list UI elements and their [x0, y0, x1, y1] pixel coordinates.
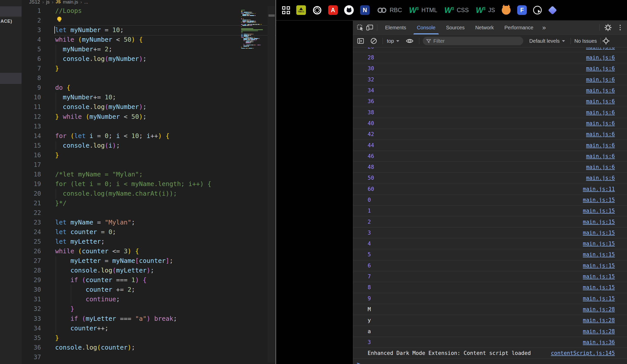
- line-text[interactable]: [41, 352, 276, 362]
- code-line[interactable]: 20 console.log(myName.charAt(i));: [22, 189, 276, 198]
- lightbulb-icon[interactable]: [57, 17, 61, 21]
- code-line[interactable]: 21}*/: [22, 198, 276, 208]
- source-link[interactable]: main.js:6: [586, 48, 615, 50]
- line-text[interactable]: let myNumber = 10;: [41, 25, 276, 35]
- line-text[interactable]: }: [41, 64, 276, 73]
- line-text[interactable]: console.log(i);: [41, 141, 276, 150]
- source-link[interactable]: main.js:6: [586, 175, 615, 181]
- code-line[interactable]: 7}: [22, 64, 276, 73]
- tab-network[interactable]: Network: [470, 21, 499, 34]
- source-link[interactable]: main.js:15: [583, 241, 615, 247]
- console-prompt[interactable]: >: [353, 358, 627, 364]
- bookmark-f-badge[interactable]: F: [517, 5, 527, 15]
- bookmark-w3schools-js[interactable]: W3JS: [475, 5, 495, 15]
- line-text[interactable]: myNumber+= 10;: [41, 93, 276, 102]
- code-line[interactable]: 34 counter++;: [22, 324, 276, 333]
- tab-performance[interactable]: Performance: [499, 21, 539, 34]
- line-text[interactable]: let counter = 0;: [41, 227, 276, 237]
- line-text[interactable]: for (let i = 0; i < myName.length; i++) …: [41, 179, 276, 189]
- clear-console-icon[interactable]: [369, 36, 379, 46]
- more-tabs-icon[interactable]: »: [539, 24, 549, 32]
- source-link[interactable]: main.js:28: [583, 328, 615, 334]
- source-link[interactable]: main.js:11: [583, 186, 615, 192]
- code-line[interactable]: 3let myNumber = 10;: [22, 25, 276, 35]
- code-line[interactable]: 19for (let i = 0; i < myName.length; i++…: [22, 179, 276, 189]
- bookmark-w3schools-css[interactable]: W3CSS: [444, 5, 469, 15]
- line-text[interactable]: [41, 208, 276, 218]
- log-levels-dropdown[interactable]: Default levels: [529, 38, 565, 44]
- code-line[interactable]: 9do {: [22, 83, 276, 93]
- bookmark-cat[interactable]: [501, 5, 511, 15]
- bookmark-apps-grid[interactable]: [282, 6, 290, 14]
- source-link[interactable]: contentScript.js:145: [551, 350, 615, 356]
- line-text[interactable]: [41, 16, 276, 25]
- code-line[interactable]: 14for (let i = 0; i < 10; i++) {: [22, 131, 276, 141]
- code-line[interactable]: 13: [22, 122, 276, 131]
- line-text[interactable]: /*let myName = "Mylan";: [41, 170, 276, 179]
- device-toolbar-icon[interactable]: [365, 23, 374, 32]
- source-link[interactable]: main.js:15: [583, 208, 615, 214]
- editor-scrollbar-track[interactable]: [267, 6, 275, 362]
- line-text[interactable]: myLetter = myName[counter];: [41, 256, 276, 266]
- line-text[interactable]: console.log(myLetter);: [41, 266, 276, 275]
- code-line[interactable]: 8: [22, 73, 276, 83]
- source-link[interactable]: main.js:6: [586, 55, 615, 61]
- filter-input[interactable]: Filter: [423, 37, 523, 45]
- code-line[interactable]: 27 myLetter = myName[counter];: [22, 256, 276, 266]
- live-expression-eye-icon[interactable]: [405, 36, 414, 46]
- code-line[interactable]: 35}: [22, 333, 276, 343]
- bookmark-wattpad-rbc[interactable]: RBC: [376, 5, 402, 15]
- line-text[interactable]: if (counter === 1) {: [41, 275, 276, 285]
- code-area[interactable]: 1//Loops23let myNumber = 10;4while (myNu…: [22, 6, 276, 362]
- minimap[interactable]: [241, 10, 269, 50]
- tab-console[interactable]: Console: [411, 21, 441, 34]
- bookmark-n-badge[interactable]: N: [360, 5, 370, 15]
- source-link[interactable]: main.js:6: [586, 120, 615, 126]
- line-text[interactable]: if (myLetter === "a") break;: [41, 314, 276, 324]
- code-line[interactable]: 30 counter += 2;: [22, 285, 276, 294]
- settings-gear-icon[interactable]: [603, 23, 613, 32]
- code-line[interactable]: 5 myNumber+= 2;: [22, 44, 276, 54]
- line-text[interactable]: let myName = "Mylan";: [41, 218, 276, 227]
- source-link[interactable]: main.js:15: [583, 197, 615, 203]
- code-line[interactable]: 36console.log(counter);: [22, 343, 276, 352]
- code-line[interactable]: 11 console.log(myNumber);: [22, 102, 276, 112]
- code-line[interactable]: 25let myLetter;: [22, 237, 276, 246]
- code-line[interactable]: 24let counter = 0;: [22, 227, 276, 237]
- source-link[interactable]: main.js:6: [586, 98, 615, 104]
- source-link[interactable]: main.js:6: [586, 77, 615, 83]
- line-text[interactable]: for (let i = 0; i < 10; i++) {: [41, 131, 276, 141]
- source-link[interactable]: main.js:15: [583, 252, 615, 258]
- bookmark-tmcc[interactable]: TMCC: [296, 5, 306, 15]
- line-text[interactable]: }*/: [41, 198, 276, 208]
- source-link[interactable]: main.js:6: [586, 87, 615, 94]
- breadcrumb-item[interactable]: ...: [84, 0, 88, 5]
- line-text[interactable]: myNumber+= 2;: [41, 44, 276, 54]
- line-text[interactable]: }: [41, 150, 276, 160]
- source-link[interactable]: main.js:15: [583, 295, 615, 302]
- bookmark-play[interactable]: [533, 6, 542, 14]
- context-selector[interactable]: top: [387, 38, 399, 44]
- line-text[interactable]: while (counter <= 3) {: [41, 246, 276, 256]
- line-text[interactable]: console.log(counter);: [41, 343, 276, 352]
- line-text[interactable]: [41, 160, 276, 170]
- code-line[interactable]: 28 console.log(myLetter);: [22, 266, 276, 275]
- sidebar-selected-item[interactable]: [0, 73, 22, 84]
- line-text[interactable]: continue;: [41, 294, 276, 304]
- line-text[interactable]: counter += 2;: [41, 285, 276, 294]
- code-line[interactable]: 17: [22, 160, 276, 170]
- code-line[interactable]: 26while (counter <= 3) {: [22, 246, 276, 256]
- breadcrumb-item[interactable]: js: [46, 0, 50, 5]
- code-line[interactable]: 29 if (counter === 1) {: [22, 275, 276, 285]
- code-line[interactable]: 18/*let myName = "Mylan";: [22, 170, 276, 179]
- source-link[interactable]: main.js:36: [583, 339, 615, 345]
- bookmark-w3schools-html[interactable]: W3HTML: [408, 5, 437, 15]
- line-text[interactable]: [41, 122, 276, 131]
- sidebar-row-highlight[interactable]: [0, 6, 22, 16]
- code-line[interactable]: 22: [22, 208, 276, 218]
- code-line[interactable]: 37: [22, 352, 276, 362]
- line-text[interactable]: [41, 73, 276, 83]
- breadcrumb[interactable]: JS12›js›JSmain.js›...: [29, 0, 88, 6]
- line-text[interactable]: console.log(myNumber);: [41, 102, 276, 112]
- source-link[interactable]: main.js:28: [583, 306, 615, 312]
